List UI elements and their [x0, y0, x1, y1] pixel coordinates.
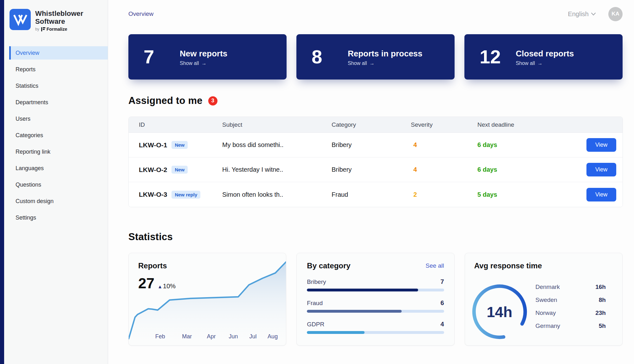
- status-badge: New: [171, 166, 188, 174]
- chevron-down-icon: [591, 13, 596, 16]
- new-reports-count: 7: [144, 46, 171, 68]
- new-reports-show-all-link[interactable]: Show all →: [180, 61, 227, 66]
- category-bar-row: Bribery 7: [307, 278, 444, 291]
- category-bar-row: Fraud 6: [307, 299, 444, 313]
- brand: Whistleblower Software by Formalize: [10, 9, 83, 32]
- brand-logo-icon: [10, 9, 31, 30]
- country-label: Sweden: [535, 297, 557, 303]
- x-tick: Apr: [207, 333, 216, 340]
- new-reports-title: New reports: [180, 49, 227, 59]
- card-new-reports[interactable]: 7 New reports Show all →: [128, 34, 287, 80]
- col-subject: Subject: [222, 121, 332, 128]
- language-selector[interactable]: English: [568, 10, 596, 18]
- report-deadline: 5 days: [477, 191, 578, 198]
- response-country-list: Denmark 16h Sweden 8h Norway 23h Germany…: [535, 284, 606, 335]
- country-row: Denmark 16h: [535, 284, 606, 291]
- report-subject: Hi. Yesterday I witne..: [222, 166, 332, 173]
- by-category-title: By category: [307, 261, 350, 270]
- sidebar-item-overview[interactable]: Overview: [9, 46, 108, 60]
- breadcrumb[interactable]: Overview: [128, 10, 153, 17]
- view-button[interactable]: View: [586, 188, 616, 201]
- col-deadline: Next deadline: [477, 121, 578, 128]
- report-deadline: 6 days: [477, 141, 578, 149]
- country-label: Denmark: [535, 284, 560, 291]
- sidebar-nav: Overview Reports Statistics Departments …: [0, 46, 108, 227]
- sidebar-item-reporting-link[interactable]: Reporting link: [0, 145, 108, 158]
- reports-chart-card: Reports 27 ▲ 10% Feb Mar Apr Jun Jul Aug: [128, 253, 286, 346]
- x-tick: Jul: [249, 333, 257, 340]
- x-tick: Aug: [268, 333, 278, 340]
- arrow-right-icon: →: [201, 61, 206, 66]
- category-value: 6: [441, 299, 444, 307]
- report-id: LKW-O-1: [139, 141, 167, 149]
- col-id: ID: [129, 121, 222, 128]
- sidebar-item-questions[interactable]: Questions: [0, 178, 108, 191]
- sidebar-item-categories[interactable]: Categories: [0, 129, 108, 142]
- country-value: 16h: [595, 284, 606, 291]
- formalize-logo-icon: [41, 27, 45, 31]
- reports-total: 27: [138, 275, 154, 292]
- view-button[interactable]: View: [586, 138, 616, 152]
- x-tick: Mar: [182, 333, 192, 340]
- report-severity: 4: [411, 166, 477, 173]
- report-severity: 4: [411, 141, 477, 149]
- card-reports-in-process[interactable]: 8 Reports in process Show all →: [296, 34, 455, 80]
- sidebar-item-departments[interactable]: Departments: [0, 96, 108, 109]
- brand-company: Formalize: [47, 27, 67, 32]
- country-value: 23h: [595, 310, 606, 316]
- sidebar-item-users[interactable]: Users: [0, 112, 108, 125]
- sidebar-item-custom-design[interactable]: Custom design: [0, 195, 108, 208]
- bar-fill: [307, 331, 365, 334]
- country-value: 8h: [599, 297, 606, 303]
- closed-show-all-link[interactable]: Show all →: [516, 61, 574, 66]
- avatar[interactable]: KA: [608, 7, 623, 21]
- x-tick: Feb: [155, 333, 165, 340]
- table-header: ID Subject Category Severity Next deadli…: [129, 117, 623, 133]
- report-deadline: 6 days: [477, 166, 578, 173]
- report-id: LKW-O-2: [139, 166, 167, 174]
- assigned-count-badge: 3: [208, 96, 217, 105]
- arrow-right-icon: →: [537, 61, 542, 66]
- closed-count: 12: [480, 46, 507, 68]
- status-badge: New: [171, 141, 188, 149]
- in-process-count: 8: [312, 46, 339, 68]
- see-all-link[interactable]: See all: [426, 262, 444, 269]
- reports-delta: 10%: [163, 283, 176, 290]
- in-process-show-all-link[interactable]: Show all →: [348, 61, 423, 66]
- category-label: GDPR: [307, 321, 324, 328]
- assigned-heading: Assigned to me: [128, 95, 203, 106]
- brand-name-line2: Software: [35, 17, 83, 25]
- avg-response-title: Avg response time: [474, 261, 542, 270]
- country-row: Norway 23h: [535, 310, 606, 316]
- sidebar-item-languages[interactable]: Languages: [0, 162, 108, 175]
- category-label: Bribery: [307, 278, 326, 285]
- avg-response-card: Avg response time 14h Denmark 16h: [465, 253, 623, 346]
- arrow-right-icon: →: [369, 61, 374, 66]
- table-row[interactable]: LKW-O-2 New Hi. Yesterday I witne.. Brib…: [129, 157, 623, 182]
- x-tick: Jun: [229, 333, 238, 340]
- view-button[interactable]: View: [586, 163, 616, 176]
- country-label: Germany: [535, 322, 560, 329]
- sidebar-item-statistics[interactable]: Statistics: [0, 79, 108, 93]
- summary-cards: 7 New reports Show all → 8 Reports in pr…: [128, 34, 623, 80]
- col-severity: Severity: [411, 121, 477, 128]
- report-subject: Simon often looks th..: [222, 191, 332, 198]
- trend-up-icon: ▲: [158, 284, 162, 289]
- country-label: Norway: [535, 310, 556, 316]
- response-gauge: 14h: [469, 281, 530, 342]
- table-row[interactable]: LKW-O-3 New reply Simon often looks th..…: [129, 182, 623, 207]
- main-content: Overview English KA 7 New reports Show a…: [108, 0, 634, 364]
- sidebar: Whistleblower Software by Formalize Over…: [0, 0, 108, 364]
- table-row[interactable]: LKW-O-1 New My boss did somethi.. Briber…: [129, 133, 623, 157]
- sidebar-item-settings[interactable]: Settings: [0, 211, 108, 224]
- country-row: Sweden 8h: [535, 297, 606, 303]
- report-id: LKW-O-3: [139, 191, 167, 198]
- report-subject: My boss did somethi..: [222, 141, 332, 149]
- status-badge: New reply: [171, 191, 200, 199]
- card-closed-reports[interactable]: 12 Closed reports Show all →: [464, 34, 623, 80]
- report-category: Bribery: [332, 141, 411, 149]
- sidebar-item-reports[interactable]: Reports: [0, 63, 108, 76]
- in-process-title: Reports in process: [348, 49, 423, 59]
- report-category: Fraud: [332, 191, 411, 198]
- report-severity: 2: [411, 191, 477, 198]
